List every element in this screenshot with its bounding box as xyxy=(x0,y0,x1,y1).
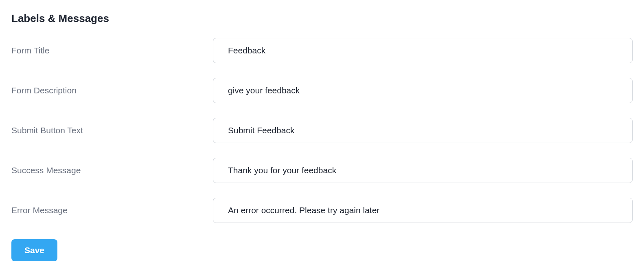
submit-button-text-label: Submit Button Text xyxy=(11,126,213,135)
form-row-submit-button-text: Submit Button Text xyxy=(11,118,633,143)
success-message-label: Success Message xyxy=(11,165,213,175)
form-row-form-title: Form Title xyxy=(11,38,633,63)
form-description-input[interactable] xyxy=(213,78,633,103)
section-heading: Labels & Messages xyxy=(11,12,633,25)
form-row-success-message: Success Message xyxy=(11,158,633,183)
error-message-input[interactable] xyxy=(213,198,633,223)
submit-button-text-input[interactable] xyxy=(213,118,633,143)
save-button[interactable]: Save xyxy=(11,239,57,261)
form-row-form-description: Form Description xyxy=(11,78,633,103)
form-row-error-message: Error Message xyxy=(11,198,633,223)
success-message-input[interactable] xyxy=(213,158,633,183)
form-title-input[interactable] xyxy=(213,38,633,63)
form-description-label: Form Description xyxy=(11,86,213,95)
error-message-label: Error Message xyxy=(11,205,213,215)
form-title-label: Form Title xyxy=(11,46,213,55)
